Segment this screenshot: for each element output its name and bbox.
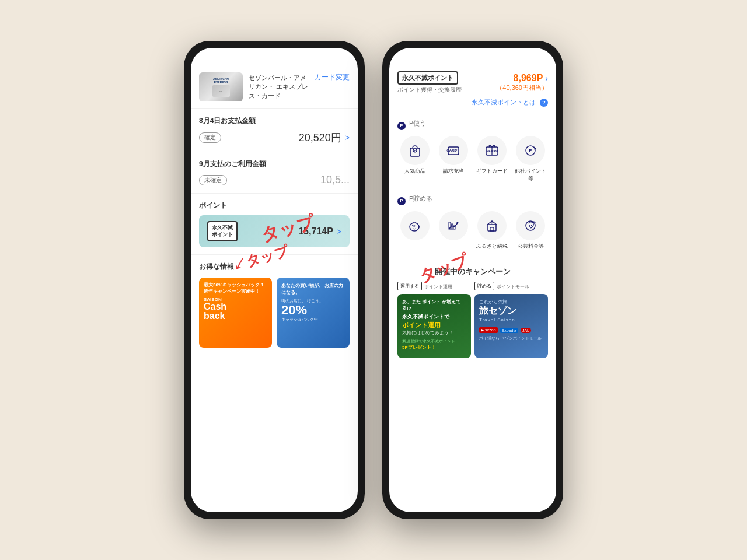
right-phone-screen: 永久不滅ポイント ポイント獲得・交換履歴 8,969P › （40,360円相当… — [389, 48, 556, 512]
piggy-icon: P — [407, 218, 423, 234]
payment1-amount: 20,520円 — [299, 131, 341, 145]
info-card-blue-text: あなたの買い物が、 お店の力になる。 — [281, 282, 345, 295]
travel-logos: ▶ sezon Expedia JAL — [479, 327, 543, 333]
svg-rect-20 — [490, 228, 494, 231]
campaign-travel-card[interactable]: これからの旅 旅セゾン Travel Saison ▶ sezon Expedi… — [474, 294, 548, 358]
public-label: 公共料金等 — [518, 243, 544, 250]
campaign-green-card[interactable]: あ、また ポイント が増えてる!? 永久不滅ポイントで ポイント運用 気軽にはじ… — [397, 294, 471, 358]
use-icon-billing[interactable]: CARD P 請求充当 — [436, 136, 471, 183]
campaign-green-text5: 新規登録で永久不滅ポイント — [402, 338, 466, 344]
card-change-button[interactable]: カード変更 — [315, 72, 350, 82]
question-icon[interactable]: ? — [540, 99, 548, 107]
payment2-amount: 10,5... — [320, 174, 350, 186]
svg-text:P: P — [455, 149, 458, 152]
campaign-left-header: 運用する ポイント運用 — [397, 282, 471, 293]
use-label-row: P P使う — [397, 119, 548, 132]
amex-logo-text: AMERICANEXPRESS — [213, 77, 229, 84]
points-label-line2: ポイント — [212, 232, 233, 239]
points-card[interactable]: 永久不滅 ポイント 15,714P > — [199, 215, 350, 247]
billing-icon-circle: CARD P — [439, 136, 468, 165]
billing-icon: CARD P — [445, 142, 462, 159]
cashback-text: Cashback — [204, 302, 267, 321]
earn-icon-public[interactable]: P 公共料金等 — [513, 211, 548, 250]
payment2-title: 9月支払のご利用金額 — [199, 159, 350, 169]
earn-icon-piggy[interactable]: P — [397, 211, 432, 250]
use-section-label: P使う — [409, 119, 426, 128]
payment1-status-badge: 確定 — [199, 132, 221, 143]
points-subtitle: ポイント獲得・交換履歴 — [397, 86, 462, 94]
left-phone-screen: AMERICANEXPRESS ▪▪▪ セゾンパール・アメリカン・ エキスプレス… — [191, 48, 358, 512]
info-card-orange[interactable]: 最大30%キャッシュバック 1周年キャンペーン実施中！ SAISON Cashb… — [199, 278, 272, 348]
card-chip: ▪▪▪ — [212, 85, 230, 97]
credit-card-image: AMERICANEXPRESS ▪▪▪ — [199, 72, 243, 102]
card-name-section: セゾンパール・アメリカン・ エキスプレス・カード — [249, 74, 309, 100]
payment1-title: 8月4日お支払金額 — [199, 116, 350, 126]
earn-section: P P貯める P — [389, 194, 556, 262]
p-earn-badge: P — [397, 197, 406, 205]
info-cards-row: 最大30%キャッシュバック 1周年キャンペーン実施中！ SAISON Cashb… — [199, 278, 350, 348]
earn-icon-furusato[interactable]: ¥ ふるさと納税 — [474, 211, 509, 250]
travel-logo-1: ▶ sezon — [479, 327, 498, 333]
giftcard-icon-circle: GIFT card — [477, 136, 507, 165]
billing-label: 請求充当 — [443, 167, 464, 175]
travel-logo-3: JAL — [521, 328, 531, 333]
svg-text:card: card — [492, 149, 498, 153]
info-card-blue[interactable]: あなたの買い物が、 お店の力になる。 街のお店に、 行こう。 20% キャッシュ… — [277, 278, 350, 348]
right-phone: 永久不滅ポイント ポイント獲得・交換履歴 8,969P › （40,360円相当… — [382, 41, 563, 519]
svg-text:P: P — [414, 149, 416, 152]
campaign-travel-text3: Travel Saison — [479, 317, 543, 323]
use-icon-other[interactable]: P 他社ポイント等 — [513, 136, 548, 183]
points-label-box: 永久不滅 ポイント — [207, 221, 238, 242]
earn-icons-row: P — [397, 211, 548, 250]
info-section: お得な情報 最大30%キャッシュバック 1周年キャンペーン実施中！ SAISON… — [191, 255, 358, 355]
chart-icon-circle — [439, 211, 468, 240]
points-yen-equiv: （40,360円相当） — [496, 83, 548, 92]
payment1-amount-row[interactable]: 20,520円 > — [299, 131, 350, 145]
card-section: AMERICANEXPRESS ▪▪▪ セゾンパール・アメリカン・ エキスプレス… — [191, 65, 358, 109]
points-label-line1: 永久不滅 — [212, 225, 233, 232]
campaign-card-right: 貯める ポイントモール これからの旅 旅セゾン Travel Saison ▶ … — [474, 282, 548, 358]
svg-text:P: P — [413, 225, 416, 228]
svg-text:¥: ¥ — [491, 221, 493, 225]
campaign-green-text3: ポイント運用 — [402, 321, 466, 330]
furusato-icon: ¥ — [484, 218, 500, 234]
points-header-title-row: 永久不滅ポイント — [397, 71, 462, 85]
popular-label: 人気商品 — [404, 167, 425, 175]
points-what-row: 永久不滅ポイントとは ? — [397, 96, 548, 107]
use-section: P P使う P — [389, 113, 556, 194]
campaign-travel-text4: ポイ活なら セゾンポイントモール — [479, 335, 543, 341]
info-title: お得な情報 — [199, 262, 350, 272]
public-icon-circle: P — [516, 211, 545, 240]
payment2-status-badge: 未確定 — [199, 175, 227, 186]
piggy-icon-circle: P — [400, 211, 430, 240]
use-icon-giftcard[interactable]: GIFT card ギフトカード — [474, 136, 509, 183]
points-header-row: 永久不滅ポイント ポイント獲得・交換履歴 8,969P › （40,360円相当… — [397, 71, 548, 94]
saison-brand: SAISON Cashback — [204, 297, 267, 321]
exchange-icon: P — [522, 142, 539, 159]
points-header-chevron: › — [545, 74, 548, 83]
campaign-green-text1: あ、また ポイント が増えてる!? — [402, 299, 466, 312]
right-screen-content: 永久不滅ポイント ポイント獲得・交換履歴 8,969P › （40,360円相当… — [389, 48, 556, 512]
left-screen-content: AMERICANEXPRESS ▪▪▪ セゾンパール・アメリカン・ エキスプレス… — [191, 48, 358, 512]
payment1-chevron: > — [345, 133, 350, 142]
points-amount-row: 8,969P › — [514, 73, 548, 83]
bag-icon: P — [407, 142, 423, 159]
other-label: 他社ポイント等 — [513, 167, 548, 183]
card-image-inner: AMERICANEXPRESS ▪▪▪ — [199, 72, 243, 102]
points-title-box: 永久不滅ポイント — [397, 71, 458, 85]
giftcard-label: ギフトカード — [476, 167, 508, 175]
campaign-travel-text1: これからの旅 — [479, 299, 543, 305]
points-header-right[interactable]: 8,969P › （40,360円相当） — [496, 73, 548, 92]
points-what-label[interactable]: 永久不滅ポイントとは — [472, 99, 536, 106]
use-icons-row: P 人気商品 CARD P — [397, 136, 548, 183]
phones-container: AMERICANEXPRESS ▪▪▪ セゾンパール・アメリカン・ エキスプレス… — [184, 41, 563, 519]
use-icon-popular[interactable]: P 人気商品 — [397, 136, 432, 183]
cashback-label: キャッシュバック中 — [281, 317, 345, 323]
furusato-label: ふるさと納税 — [476, 243, 508, 250]
payment1-section: 8月4日お支払金額 確定 20,520円 > — [191, 109, 358, 152]
furusato-icon-circle: ¥ — [477, 211, 507, 240]
payment2-row: 未確定 10,5... — [199, 174, 350, 186]
earn-icon-chart[interactable] — [436, 211, 471, 250]
campaign-green-text2: 永久不滅ポイントで — [402, 313, 466, 321]
svg-rect-18 — [453, 226, 455, 229]
